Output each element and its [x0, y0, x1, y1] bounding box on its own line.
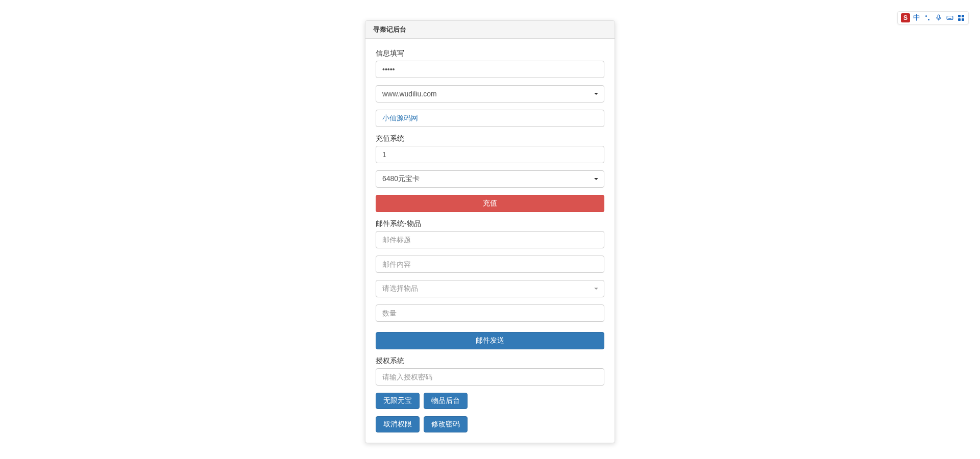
auth-button-row-1: 无限元宝 物品后台	[376, 393, 604, 409]
mail-title-input[interactable]	[376, 231, 604, 248]
ime-lang-indicator[interactable]: 中	[913, 13, 920, 22]
recharge-section-label: 充值系统	[376, 134, 604, 143]
sogou-logo-icon: S	[901, 13, 910, 22]
mail-submit-button[interactable]: 邮件发送	[376, 332, 604, 349]
ime-punct-icon[interactable]	[923, 14, 932, 22]
panel-title: 寻秦记后台	[365, 21, 615, 39]
svg-rect-0	[938, 15, 940, 18]
apps-grid-icon[interactable]	[957, 14, 965, 22]
info-password-input[interactable]	[376, 61, 604, 78]
server-select[interactable]	[376, 85, 604, 103]
recharge-quantity-input[interactable]	[376, 146, 604, 163]
auth-section-label: 授权系统	[376, 356, 604, 366]
change-password-button[interactable]: 修改密码	[424, 416, 468, 432]
admin-panel: 寻秦记后台 信息填写 充值系统 充值 邮件系统-物品 邮件发送 授权系统	[365, 20, 615, 443]
mail-item-select-wrap	[376, 280, 604, 297]
svg-rect-1	[947, 16, 953, 20]
mail-item-select[interactable]	[376, 280, 604, 297]
ime-toolbar: S 中	[897, 11, 969, 24]
item-admin-button[interactable]: 物品后台	[424, 393, 468, 409]
microphone-icon[interactable]	[935, 14, 943, 22]
keyboard-icon[interactable]	[946, 14, 954, 22]
server-select-wrap	[376, 85, 604, 103]
mail-content-input[interactable]	[376, 256, 604, 273]
info-section-label: 信息填写	[376, 49, 604, 58]
unlimited-yuanbao-button[interactable]: 无限元宝	[376, 393, 420, 409]
account-input[interactable]	[376, 110, 604, 127]
recharge-card-select-wrap	[376, 170, 604, 188]
recharge-submit-button[interactable]: 充值	[376, 195, 604, 212]
auth-button-row-2: 取消权限 修改密码	[376, 416, 604, 432]
revoke-permission-button[interactable]: 取消权限	[376, 416, 420, 432]
mail-section-label: 邮件系统-物品	[376, 219, 604, 228]
panel-body: 信息填写 充值系统 充值 邮件系统-物品 邮件发送 授权系统 无限元宝	[365, 39, 615, 443]
auth-password-input[interactable]	[376, 368, 604, 386]
recharge-card-select[interactable]	[376, 170, 604, 188]
mail-qty-input[interactable]	[376, 304, 604, 322]
